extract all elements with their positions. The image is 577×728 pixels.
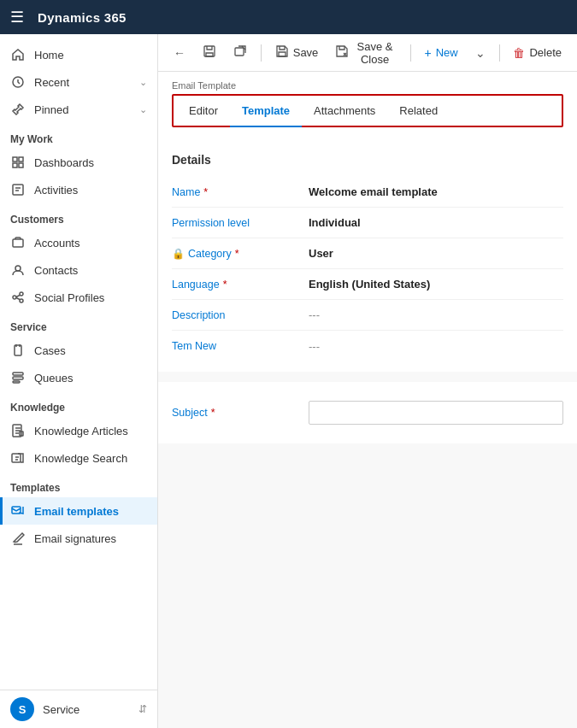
activities-icon [10, 182, 26, 197]
subject-input[interactable] [309, 401, 563, 425]
sidebar-footer[interactable]: S Service ⇵ [0, 690, 157, 728]
sidebar-item-pinned[interactable]: Pinned ⌄ [0, 96, 157, 123]
sidebar-item-cases[interactable]: Cases [0, 337, 157, 364]
dropdown-button[interactable]: ⌄ [468, 42, 492, 64]
delete-label: Delete [529, 46, 562, 59]
app-logo: Dynamics 365 [38, 10, 127, 25]
hamburger-icon[interactable]: ☰ [10, 8, 24, 26]
svg-rect-6 [13, 239, 23, 247]
field-value-name: Welcome email template [309, 185, 563, 198]
required-marker-subject: * [211, 407, 215, 419]
required-marker-category: * [235, 248, 239, 260]
sidebar-item-email-templates[interactable]: Email templates [0, 497, 157, 525]
svg-rect-1 [13, 157, 17, 161]
separator-2 [410, 44, 411, 62]
topbar: ☰ Dynamics 365 [0, 0, 577, 34]
footer-chevron-icon: ⇵ [138, 703, 147, 715]
recent-chevron: ⌄ [139, 77, 147, 88]
dashboard-icon [10, 155, 26, 170]
accounts-icon [10, 235, 26, 250]
details-title: Details [172, 153, 563, 167]
sidebar: Home Recent ⌄ Pinned ⌄ My Work [0, 34, 158, 728]
field-row-subject: Subject * [172, 394, 563, 432]
tab-template[interactable]: Template [230, 96, 302, 127]
layout: Home Recent ⌄ Pinned ⌄ My Work [0, 34, 577, 728]
save-as-button[interactable] [196, 40, 223, 65]
sidebar-item-contacts[interactable]: Contacts [0, 256, 157, 284]
section-knowledge: Knowledge [0, 391, 157, 417]
new-window-button[interactable] [227, 40, 254, 65]
sidebar-item-dashboards[interactable]: Dashboards [0, 149, 157, 176]
svg-rect-3 [13, 163, 17, 167]
new-label: New [436, 46, 458, 59]
social-icon [10, 290, 26, 305]
svg-rect-4 [19, 163, 23, 167]
svg-rect-2 [19, 157, 23, 161]
separator-3 [499, 44, 500, 62]
required-marker-name: * [203, 186, 208, 198]
save-label: Save [293, 46, 319, 59]
section-mywork: My Work [0, 123, 157, 149]
sidebar-label-email-signatures: Email signatures [34, 532, 116, 545]
svg-point-7 [15, 266, 21, 271]
section-service: Service [0, 311, 157, 337]
sidebar-item-knowledge-search[interactable]: Knowledge Search [0, 444, 157, 472]
sidebar-item-knowledge-articles[interactable]: Knowledge Articles [0, 417, 157, 444]
chevron-down-icon: ⌄ [475, 46, 486, 60]
tab-related[interactable]: Related [387, 96, 450, 127]
queues-icon [10, 370, 26, 385]
back-icon: ← [174, 46, 185, 60]
sidebar-label-pinned: Pinned [34, 103, 68, 116]
save-close-label: Save & Close [353, 40, 396, 66]
sidebar-label-accounts: Accounts [34, 237, 79, 250]
delete-button[interactable]: 🗑 Delete [506, 42, 568, 64]
tab-editor[interactable]: Editor [177, 96, 230, 127]
email-template-icon [10, 503, 26, 519]
save-icon [275, 44, 289, 61]
sidebar-label-queues: Queues [34, 372, 74, 385]
cases-icon [10, 343, 26, 358]
sidebar-item-recent[interactable]: Recent ⌄ [0, 68, 157, 96]
sidebar-label-home: Home [34, 49, 64, 62]
sidebar-nav: Home Recent ⌄ Pinned ⌄ My Work [0, 34, 157, 690]
sidebar-label-activities: Activities [34, 184, 78, 197]
sidebar-label-recent: Recent [34, 76, 69, 89]
sidebar-label-email-templates: Email templates [34, 505, 119, 518]
back-button[interactable]: ← [167, 42, 192, 64]
sidebar-item-home[interactable]: Home [0, 41, 157, 68]
sidebar-label-dashboards: Dashboards [34, 156, 94, 169]
field-row-permission: Permission level Individual [172, 208, 563, 238]
save-close-button[interactable]: Save & Close [328, 36, 403, 70]
signature-icon [10, 531, 26, 546]
field-label-permission: Permission level [172, 217, 309, 229]
field-row-name: Name * Welcome email template [172, 177, 563, 208]
footer-label: Service [43, 703, 79, 716]
field-label-description: Description [172, 309, 309, 321]
sidebar-item-social-profiles[interactable]: Social Profiles [0, 284, 157, 311]
field-label-category: 🔒 Category * [172, 248, 309, 260]
sidebar-label-social: Social Profiles [34, 291, 104, 304]
field-label-subject: Subject * [172, 407, 309, 419]
svg-rect-13 [13, 381, 20, 383]
save-button[interactable]: Save [268, 40, 326, 65]
delete-icon: 🗑 [513, 46, 525, 60]
field-value-language: English (United States) [309, 278, 563, 291]
section-customers: Customers [0, 203, 157, 229]
plus-icon: + [425, 46, 432, 60]
field-value-permission: Individual [309, 216, 563, 229]
new-button[interactable]: + New [418, 42, 465, 64]
sidebar-item-queues[interactable]: Queues [0, 364, 157, 391]
field-label-name: Name * [172, 186, 309, 198]
sidebar-item-activities[interactable]: Activities [0, 176, 157, 203]
main-content: ← Save [158, 34, 577, 728]
tab-attachments[interactable]: Attachments [302, 96, 387, 127]
field-row-description: Description --- [172, 300, 563, 331]
sidebar-label-contacts: Contacts [34, 264, 78, 277]
pinned-chevron: ⌄ [139, 104, 147, 115]
articles-icon [10, 423, 26, 438]
subject-section: Subject * [158, 382, 577, 443]
sidebar-item-email-signatures[interactable]: Email signatures [0, 525, 157, 552]
svg-point-8 [13, 296, 16, 299]
tabs-container: Editor Template Attachments Related [172, 94, 563, 127]
sidebar-item-accounts[interactable]: Accounts [0, 229, 157, 256]
